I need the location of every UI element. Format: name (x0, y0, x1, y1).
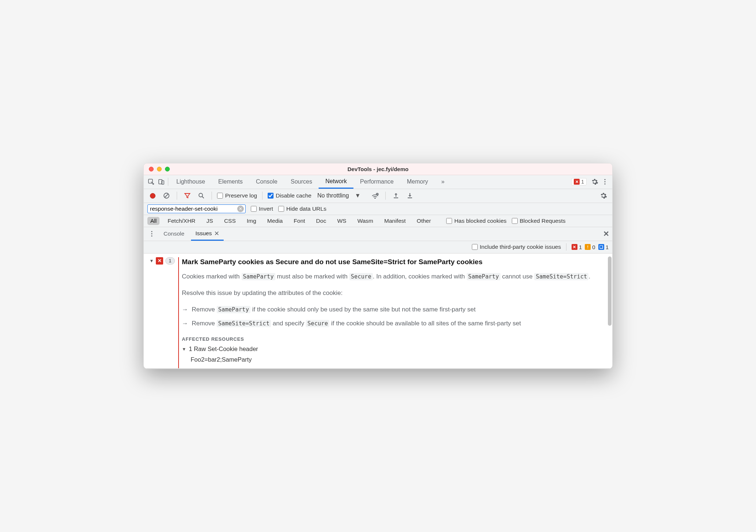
expand-icon[interactable]: ▼ (149, 258, 154, 263)
throttling-select[interactable]: No throttling ▼ (315, 192, 366, 199)
scrollbar-thumb[interactable] (608, 256, 612, 326)
chevron-down-icon: ▼ (351, 192, 364, 199)
divider (262, 192, 263, 200)
info-count-group[interactable]: ❏1 (598, 244, 609, 250)
main-tab-strip: LighthouseElementsConsoleSourcesNetworkP… (144, 175, 612, 189)
type-filter-other[interactable]: Other (414, 217, 434, 225)
type-filter-ws[interactable]: WS (334, 217, 349, 225)
type-filter-css[interactable]: CSS (221, 217, 239, 225)
has-blocked-label: Has blocked cookies (454, 218, 506, 224)
tab-elements[interactable]: Elements (212, 175, 249, 189)
affected-resource-row[interactable]: ▼ 1 Raw Set-Cookie header (182, 346, 606, 352)
issue-bullet-list: → Remove SameParty if the cookie should … (182, 305, 606, 329)
window-title: DevTools - jec.fyi/demo (144, 166, 612, 172)
preserve-log-checkbox[interactable]: Preserve log (217, 192, 257, 199)
info-icon: ❏ (598, 244, 604, 250)
blocked-requests-label: Blocked Requests (520, 218, 566, 224)
close-tab-icon[interactable]: ✕ (214, 230, 219, 237)
drawer-menu-icon[interactable] (147, 229, 157, 239)
tab-console[interactable]: Console (249, 175, 284, 189)
expand-icon[interactable]: ▼ (182, 347, 186, 352)
svg-line-7 (165, 194, 168, 197)
issue-counts: ✕1 !0 ❏1 (572, 244, 609, 250)
titlebar: DevTools - jec.fyi/demo (144, 163, 612, 175)
warning-count-group[interactable]: !0 (585, 244, 595, 250)
settings-icon[interactable] (590, 177, 600, 187)
error-icon: ✕ (572, 244, 577, 250)
device-toolbar-icon[interactable] (156, 177, 166, 187)
filter-row: ✕ Invert Hide data URLs (144, 203, 612, 215)
svg-point-16 (151, 236, 152, 237)
network-settings-icon[interactable] (598, 191, 609, 201)
issue-resolve-intro: Resolve this issue by updating the attri… (182, 288, 606, 298)
issue-gutter: ▼ ✕ 1 (147, 257, 177, 369)
filter-input[interactable] (150, 206, 237, 212)
drawer-tab-issues[interactable]: Issues ✕ (191, 227, 224, 241)
error-count: 1 (581, 179, 584, 185)
close-drawer-icon[interactable]: ✕ (603, 229, 609, 238)
network-conditions-icon[interactable] (370, 191, 380, 201)
tab-lighthouse[interactable]: Lighthouse (170, 175, 212, 189)
type-filter-all[interactable]: All (147, 217, 159, 225)
search-icon[interactable] (196, 191, 206, 201)
disable-cache-checkbox[interactable]: Disable cache (268, 192, 311, 199)
svg-point-10 (375, 198, 375, 199)
upload-har-icon[interactable] (391, 191, 401, 201)
drawer-tab-console[interactable]: Console (159, 227, 189, 241)
type-filter-js[interactable]: JS (203, 217, 216, 225)
svg-point-15 (151, 233, 152, 234)
clear-icon[interactable] (161, 191, 172, 201)
issue-bullet: → Remove SameParty if the cookie should … (182, 305, 606, 314)
tabs-overflow-button[interactable]: » (434, 175, 451, 189)
issues-toolbar: Include third-party cookie issues ✕1 !0 … (144, 241, 612, 254)
tab-performance[interactable]: Performance (353, 175, 400, 189)
issue-title: Mark SameParty cookies as Secure and do … (182, 257, 606, 267)
drawer-tab-strip: Console Issues ✕ ✕ (144, 227, 612, 241)
warning-icon: ! (585, 244, 591, 250)
tab-network[interactable]: Network (319, 175, 353, 189)
disable-cache-label: Disable cache (276, 192, 311, 199)
type-filter-fetch-xhr[interactable]: Fetch/XHR (165, 217, 198, 225)
issue-count-pill: 1 (165, 257, 175, 265)
divider (566, 243, 566, 251)
inspect-element-icon[interactable] (146, 177, 156, 187)
kebab-menu-icon[interactable] (600, 177, 610, 187)
type-filter-img[interactable]: Img (244, 217, 259, 225)
include-third-party-label: Include third-party cookie issues (480, 244, 561, 250)
type-filter-doc[interactable]: Doc (313, 217, 329, 225)
divider (385, 192, 386, 200)
svg-line-9 (202, 197, 204, 199)
has-blocked-cookies-checkbox[interactable]: Has blocked cookies (446, 218, 506, 224)
types-row: AllFetch/XHRJSCSSImgMediaFontDocWSWasmMa… (144, 215, 612, 227)
tab-memory[interactable]: Memory (400, 175, 435, 189)
clear-filter-icon[interactable]: ✕ (237, 206, 244, 212)
error-icon: ✕ (574, 179, 580, 185)
issue-description: Cookies marked with SameParty must also … (182, 271, 606, 281)
blocked-requests-checkbox[interactable]: Blocked Requests (512, 218, 566, 224)
tab-sources[interactable]: Sources (284, 175, 319, 189)
network-toolbar: Preserve log Disable cache No throttling… (144, 189, 612, 203)
error-count-group[interactable]: ✕1 (572, 244, 582, 250)
type-filter-media[interactable]: Media (264, 217, 286, 225)
invert-checkbox[interactable]: Invert (251, 206, 273, 212)
invert-label: Invert (259, 206, 273, 212)
type-filter-font[interactable]: Font (291, 217, 308, 225)
include-third-party-checkbox[interactable]: Include third-party cookie issues (472, 244, 561, 250)
issue-panel: ▼ ✕ 1 Mark SameParty cookies as Secure a… (144, 254, 612, 369)
type-filter-manifest[interactable]: Manifest (381, 217, 409, 225)
filter-input-wrap[interactable]: ✕ (147, 204, 246, 213)
record-button[interactable] (147, 191, 158, 201)
arrow-icon: → (182, 319, 188, 328)
hide-data-urls-checkbox[interactable]: Hide data URLs (278, 206, 326, 212)
type-filter-wasm[interactable]: Wasm (355, 217, 376, 225)
download-har-icon[interactable] (405, 191, 415, 201)
filter-icon[interactable] (182, 191, 192, 201)
preserve-log-label: Preserve log (225, 192, 257, 199)
scrollbar-track[interactable] (608, 255, 612, 367)
error-count-badge[interactable]: ✕ 1 (571, 178, 587, 185)
svg-point-8 (199, 193, 203, 197)
svg-rect-13 (408, 197, 412, 198)
svg-rect-12 (394, 197, 398, 198)
error-icon: ✕ (156, 257, 163, 265)
affected-resource-label: 1 Raw Set-Cookie header (189, 346, 258, 352)
